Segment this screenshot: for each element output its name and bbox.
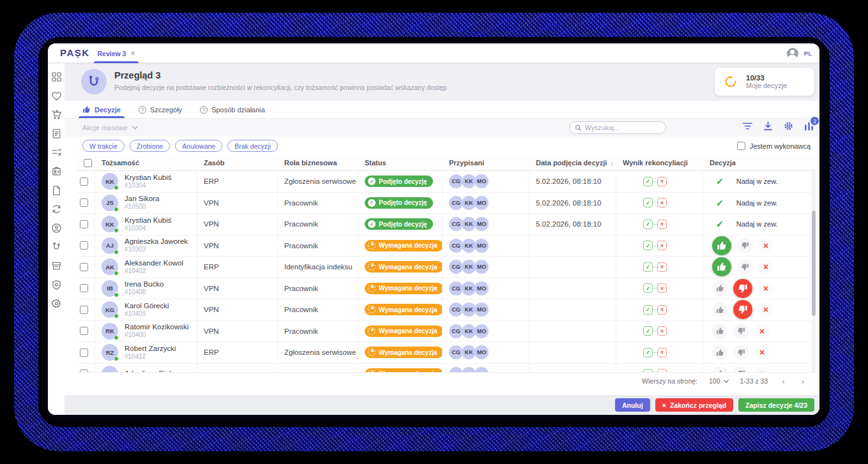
reject-thumb-down-button[interactable]	[737, 238, 752, 253]
assignee-avatar: KK	[462, 303, 476, 317]
approve-thumb-up-button[interactable]	[712, 257, 731, 276]
table-row[interactable]: AB Arkadiusz Biały Wymagana decyzjaCGKKM…	[77, 364, 816, 373]
bulk-actions-dropdown[interactable]: Akcje masowe	[82, 124, 138, 131]
table-row[interactable]: RZ Robert Zarzycki #10412ERPZgłoszenia s…	[77, 342, 816, 364]
review-flow-icon[interactable]	[51, 241, 62, 252]
row-checkbox[interactable]	[80, 263, 88, 271]
row-checkbox[interactable]	[80, 348, 88, 357]
columns-chart-icon[interactable]: 2	[803, 121, 814, 131]
close-tab-icon[interactable]: ×	[130, 49, 135, 58]
table-row[interactable]: KG Karol Górecki #10409VPNPracownikWymag…	[77, 299, 816, 321]
filter-chip[interactable]: Brak decyzji	[227, 140, 278, 152]
clear-decision-button[interactable]: ×	[758, 281, 773, 296]
approve-thumb-up-button[interactable]	[712, 281, 727, 296]
check-icon	[368, 199, 376, 207]
finish-review-button[interactable]: × Zakończ przegląd	[655, 398, 734, 412]
reject-thumb-down-button[interactable]	[733, 324, 749, 339]
column-header[interactable]: Data podjęcia decyzji↓	[529, 159, 616, 167]
row-checkbox[interactable]	[80, 198, 88, 207]
settings-gear-icon[interactable]	[51, 298, 62, 309]
table-row[interactable]: IB Irena Bućko #10408VPNPracownikWymagan…	[77, 278, 816, 300]
reject-thumb-down-button[interactable]	[733, 345, 749, 360]
reject-thumb-down-button[interactable]	[733, 279, 752, 298]
clear-decision-button[interactable]: ×	[758, 238, 773, 253]
checkbox[interactable]	[737, 142, 745, 150]
search-box[interactable]	[569, 121, 666, 134]
save-decisions-button[interactable]: Zapisz decyzje 4/23	[738, 398, 814, 412]
column-header[interactable]: Wynik rekoncyliacji	[616, 159, 703, 167]
row-checkbox[interactable]	[80, 241, 88, 250]
reject-thumb-down-button[interactable]	[733, 300, 752, 319]
filter-chip[interactable]: Anulowane	[175, 140, 222, 152]
tab-szczegoly[interactable]: ? Szczegóły	[139, 101, 182, 118]
reject-thumb-down-button[interactable]	[733, 366, 749, 372]
row-checkbox[interactable]	[80, 284, 88, 292]
approve-thumb-up-button[interactable]	[712, 236, 731, 255]
decision-date-cell	[529, 257, 616, 278]
filter-icon[interactable]	[742, 121, 753, 131]
shield-icon[interactable]	[51, 280, 62, 290]
archive-icon[interactable]	[51, 260, 62, 271]
row-checkbox[interactable]	[80, 306, 88, 314]
document-icon[interactable]	[51, 128, 62, 139]
download-icon[interactable]	[763, 121, 773, 131]
file-icon[interactable]	[51, 185, 62, 196]
column-header[interactable]: Rola biznesowa	[278, 159, 358, 167]
rows-per-page-select[interactable]: 100	[709, 377, 729, 385]
approve-thumb-up-button[interactable]	[712, 345, 727, 360]
scrollbar-thumb[interactable]	[812, 211, 816, 316]
tab-sposob-dzialania[interactable]: ? Sposób działania	[200, 101, 265, 118]
assignee-avatar: MO	[475, 281, 489, 296]
select-all-checkbox[interactable]	[84, 159, 92, 167]
recon-x-icon: ×	[657, 262, 667, 272]
decisions-counter: 10/33	[746, 74, 787, 82]
table-row[interactable]: AK Aleksander Kowol #10402ERPIdentyfikac…	[77, 257, 816, 278]
cart-plus-icon[interactable]	[51, 109, 62, 120]
heart-icon[interactable]	[51, 91, 62, 101]
dashboard-icon[interactable]	[51, 71, 62, 82]
tab-review-3[interactable]: Review 3 ×	[93, 43, 140, 63]
user-circle-icon[interactable]	[51, 223, 62, 234]
language-selector[interactable]: PL	[804, 50, 812, 57]
column-header[interactable]: Decyzja	[703, 159, 816, 167]
table-row[interactable]: RK Ratomir Kozikowski #10400VPNPracownik…	[77, 321, 816, 343]
settings-gear-icon[interactable]	[783, 121, 794, 131]
table-row[interactable]: AJ Agnieszka Jaworek #10303VPNPracownikW…	[77, 236, 816, 257]
column-header[interactable]: Status	[358, 159, 443, 167]
clear-decision-button[interactable]: ×	[758, 259, 773, 274]
column-header[interactable]: Zasób	[197, 159, 278, 167]
clear-decision-button[interactable]: ×	[754, 366, 770, 372]
decision-date-cell	[529, 364, 616, 373]
search-input[interactable]	[585, 124, 655, 131]
clear-decision-button[interactable]: ×	[754, 324, 770, 339]
table-row[interactable]: KK Krystian Kubiś #10304ERPZgłoszenia se…	[77, 171, 816, 193]
table-row[interactable]: JS Jan Sikora #10500VPNPracownikPodjęto …	[77, 193, 816, 214]
user-avatar-icon[interactable]	[787, 48, 798, 59]
assignee-avatar: MO	[475, 324, 489, 338]
row-checkbox[interactable]	[80, 220, 88, 228]
reject-thumb-down-button[interactable]	[737, 259, 752, 274]
approve-thumb-up-button[interactable]	[712, 302, 727, 317]
filter-chip[interactable]: Zrobione	[130, 140, 170, 152]
filter-chip[interactable]: W trakcie	[82, 140, 125, 152]
pending-icon	[368, 263, 376, 271]
next-page-icon[interactable]: ›	[799, 377, 807, 386]
role-cell: Pracownik	[278, 278, 358, 299]
approve-thumb-up-button[interactable]	[712, 366, 727, 372]
sync-icon[interactable]	[51, 204, 62, 214]
approve-thumb-up-button[interactable]	[712, 324, 727, 339]
checklist-icon[interactable]	[51, 147, 62, 158]
clear-decision-button[interactable]: ×	[754, 345, 770, 360]
tab-decyzje[interactable]: Decyzje	[82, 101, 121, 118]
column-header[interactable]: Przypisani	[443, 159, 529, 167]
row-checkbox[interactable]	[80, 327, 88, 335]
vertical-scrollbar[interactable]	[812, 171, 816, 372]
prev-page-icon[interactable]: ‹	[779, 377, 787, 386]
cancel-button[interactable]: Anuluj	[615, 398, 650, 412]
table-row[interactable]: KK Krystian Kubiś #10304VPNPracownikPodj…	[77, 214, 816, 236]
row-checkbox[interactable]	[80, 177, 88, 186]
executor-checkbox[interactable]: Jestem wykonawcą	[737, 142, 811, 150]
column-header[interactable]: Tożsamość	[95, 159, 197, 167]
id-badge-icon[interactable]	[51, 166, 62, 177]
clear-decision-button[interactable]: ×	[758, 302, 773, 317]
